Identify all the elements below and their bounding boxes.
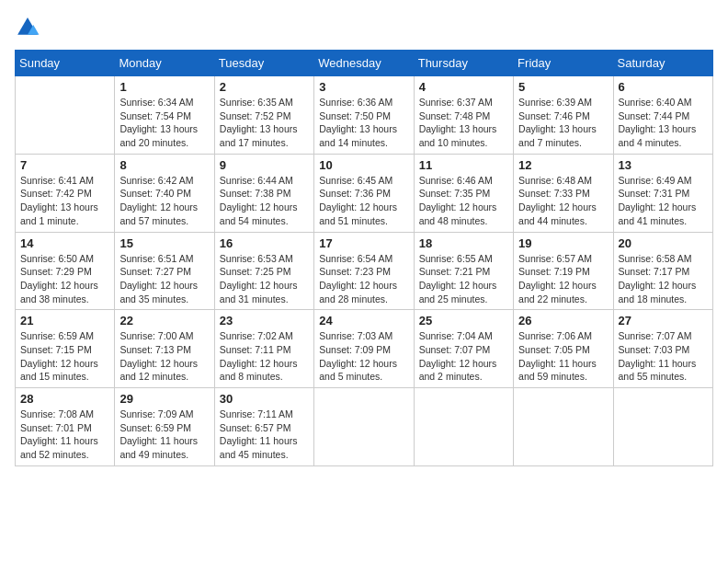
day-number: 5 bbox=[518, 80, 608, 94]
day-number: 16 bbox=[220, 236, 309, 250]
calendar-cell: 9Sunrise: 6:44 AMSunset: 7:38 PMDaylight… bbox=[214, 154, 313, 232]
calendar-cell: 26Sunrise: 7:06 AMSunset: 7:05 PMDayligh… bbox=[514, 310, 613, 388]
calendar-cell: 18Sunrise: 6:55 AMSunset: 7:21 PMDayligh… bbox=[414, 232, 513, 310]
day-number: 13 bbox=[619, 158, 708, 172]
calendar-cell: 1Sunrise: 6:34 AMSunset: 7:54 PMDaylight… bbox=[115, 76, 214, 155]
day-info: Sunrise: 6:51 AMSunset: 7:27 PMDaylight:… bbox=[119, 252, 209, 306]
day-number: 14 bbox=[20, 236, 109, 250]
day-number: 15 bbox=[119, 236, 209, 250]
calendar-cell: 6Sunrise: 6:40 AMSunset: 7:44 PMDaylight… bbox=[613, 76, 712, 155]
day-number: 10 bbox=[319, 158, 408, 172]
day-number: 26 bbox=[518, 314, 608, 327]
calendar-week-row: 14Sunrise: 6:50 AMSunset: 7:29 PMDayligh… bbox=[16, 232, 713, 310]
day-info: Sunrise: 6:58 AMSunset: 7:17 PMDaylight:… bbox=[619, 252, 708, 306]
day-info: Sunrise: 7:02 AMSunset: 7:11 PMDaylight:… bbox=[220, 329, 309, 384]
day-number: 23 bbox=[220, 314, 309, 327]
day-info: Sunrise: 6:57 AMSunset: 7:19 PMDaylight:… bbox=[518, 252, 608, 306]
calendar-cell bbox=[514, 388, 613, 466]
weekday-header: Friday bbox=[514, 51, 613, 76]
calendar-week-row: 21Sunrise: 6:59 AMSunset: 7:15 PMDayligh… bbox=[16, 310, 713, 388]
calendar-cell: 17Sunrise: 6:54 AMSunset: 7:23 PMDayligh… bbox=[314, 232, 414, 310]
calendar-cell bbox=[314, 388, 414, 466]
day-info: Sunrise: 6:42 AMSunset: 7:40 PMDaylight:… bbox=[119, 174, 209, 228]
day-number: 25 bbox=[419, 314, 508, 327]
day-number: 18 bbox=[419, 236, 508, 250]
day-number: 30 bbox=[220, 392, 309, 406]
day-number: 19 bbox=[518, 236, 608, 250]
calendar-cell: 11Sunrise: 6:46 AMSunset: 7:35 PMDayligh… bbox=[414, 154, 513, 232]
calendar-cell: 13Sunrise: 6:49 AMSunset: 7:31 PMDayligh… bbox=[613, 154, 712, 232]
logo bbox=[15, 15, 42, 40]
day-info: Sunrise: 6:36 AMSunset: 7:50 PMDaylight:… bbox=[319, 96, 408, 150]
calendar-cell: 21Sunrise: 6:59 AMSunset: 7:15 PMDayligh… bbox=[16, 310, 115, 388]
day-info: Sunrise: 6:46 AMSunset: 7:35 PMDaylight:… bbox=[419, 174, 508, 228]
calendar-cell: 8Sunrise: 6:42 AMSunset: 7:40 PMDaylight… bbox=[115, 154, 214, 232]
day-info: Sunrise: 6:34 AMSunset: 7:54 PMDaylight:… bbox=[119, 96, 209, 150]
calendar-cell: 14Sunrise: 6:50 AMSunset: 7:29 PMDayligh… bbox=[16, 232, 115, 310]
calendar-cell: 15Sunrise: 6:51 AMSunset: 7:27 PMDayligh… bbox=[115, 232, 214, 310]
weekday-header: Sunday bbox=[16, 51, 115, 76]
day-info: Sunrise: 6:41 AMSunset: 7:42 PMDaylight:… bbox=[20, 174, 109, 228]
calendar-cell: 2Sunrise: 6:35 AMSunset: 7:52 PMDaylight… bbox=[214, 76, 313, 155]
day-number: 6 bbox=[619, 80, 708, 94]
calendar-cell: 30Sunrise: 7:11 AMSunset: 6:57 PMDayligh… bbox=[214, 388, 313, 466]
calendar-cell: 5Sunrise: 6:39 AMSunset: 7:46 PMDaylight… bbox=[514, 76, 613, 155]
calendar-cell bbox=[613, 388, 712, 466]
day-info: Sunrise: 7:00 AMSunset: 7:13 PMDaylight:… bbox=[119, 329, 209, 384]
calendar-cell: 19Sunrise: 6:57 AMSunset: 7:19 PMDayligh… bbox=[514, 232, 613, 310]
day-info: Sunrise: 6:53 AMSunset: 7:25 PMDaylight:… bbox=[220, 252, 309, 306]
day-number: 17 bbox=[319, 236, 408, 250]
calendar-table: SundayMondayTuesdayWednesdayThursdayFrid… bbox=[15, 50, 713, 466]
day-info: Sunrise: 6:44 AMSunset: 7:38 PMDaylight:… bbox=[220, 174, 309, 228]
day-info: Sunrise: 6:59 AMSunset: 7:15 PMDaylight:… bbox=[20, 329, 109, 384]
day-number: 24 bbox=[319, 314, 408, 327]
day-number: 4 bbox=[419, 80, 508, 94]
calendar-cell bbox=[414, 388, 513, 466]
day-info: Sunrise: 6:50 AMSunset: 7:29 PMDaylight:… bbox=[20, 252, 109, 306]
calendar-cell: 23Sunrise: 7:02 AMSunset: 7:11 PMDayligh… bbox=[214, 310, 313, 388]
calendar-cell: 22Sunrise: 7:00 AMSunset: 7:13 PMDayligh… bbox=[115, 310, 214, 388]
calendar-cell: 27Sunrise: 7:07 AMSunset: 7:03 PMDayligh… bbox=[613, 310, 712, 388]
day-number: 3 bbox=[319, 80, 408, 94]
day-info: Sunrise: 6:35 AMSunset: 7:52 PMDaylight:… bbox=[220, 96, 309, 150]
day-number: 27 bbox=[619, 314, 708, 327]
day-number: 22 bbox=[119, 314, 209, 327]
calendar-cell: 25Sunrise: 7:04 AMSunset: 7:07 PMDayligh… bbox=[414, 310, 513, 388]
calendar-cell: 28Sunrise: 7:08 AMSunset: 7:01 PMDayligh… bbox=[16, 388, 115, 466]
day-number: 9 bbox=[220, 158, 309, 172]
day-number: 28 bbox=[20, 392, 109, 406]
calendar-cell: 29Sunrise: 7:09 AMSunset: 6:59 PMDayligh… bbox=[115, 388, 214, 466]
day-number: 2 bbox=[220, 80, 309, 94]
calendar-cell: 7Sunrise: 6:41 AMSunset: 7:42 PMDaylight… bbox=[16, 154, 115, 232]
day-info: Sunrise: 6:48 AMSunset: 7:33 PMDaylight:… bbox=[518, 174, 608, 228]
day-info: Sunrise: 7:07 AMSunset: 7:03 PMDaylight:… bbox=[619, 329, 708, 384]
day-info: Sunrise: 7:04 AMSunset: 7:07 PMDaylight:… bbox=[419, 329, 508, 384]
calendar-cell: 12Sunrise: 6:48 AMSunset: 7:33 PMDayligh… bbox=[514, 154, 613, 232]
calendar-cell bbox=[16, 76, 115, 155]
calendar-week-row: 1Sunrise: 6:34 AMSunset: 7:54 PMDaylight… bbox=[16, 76, 713, 155]
weekday-header: Tuesday bbox=[214, 51, 313, 76]
weekday-header: Thursday bbox=[414, 51, 513, 76]
day-number: 7 bbox=[20, 158, 109, 172]
calendar-week-row: 28Sunrise: 7:08 AMSunset: 7:01 PMDayligh… bbox=[16, 388, 713, 466]
day-number: 11 bbox=[419, 158, 508, 172]
calendar-cell: 20Sunrise: 6:58 AMSunset: 7:17 PMDayligh… bbox=[613, 232, 712, 310]
logo-icon bbox=[15, 15, 40, 40]
calendar-body: 1Sunrise: 6:34 AMSunset: 7:54 PMDaylight… bbox=[16, 76, 713, 466]
calendar-cell: 3Sunrise: 6:36 AMSunset: 7:50 PMDaylight… bbox=[314, 76, 414, 155]
weekday-header: Wednesday bbox=[314, 51, 414, 76]
day-number: 20 bbox=[619, 236, 708, 250]
page-header bbox=[15, 15, 713, 40]
day-number: 8 bbox=[119, 158, 209, 172]
day-info: Sunrise: 6:39 AMSunset: 7:46 PMDaylight:… bbox=[518, 96, 608, 150]
calendar-week-row: 7Sunrise: 6:41 AMSunset: 7:42 PMDaylight… bbox=[16, 154, 713, 232]
weekday-header: Monday bbox=[115, 51, 214, 76]
calendar-cell: 4Sunrise: 6:37 AMSunset: 7:48 PMDaylight… bbox=[414, 76, 513, 155]
day-info: Sunrise: 6:40 AMSunset: 7:44 PMDaylight:… bbox=[619, 96, 708, 150]
calendar-cell: 24Sunrise: 7:03 AMSunset: 7:09 PMDayligh… bbox=[314, 310, 414, 388]
calendar-cell: 10Sunrise: 6:45 AMSunset: 7:36 PMDayligh… bbox=[314, 154, 414, 232]
day-info: Sunrise: 6:49 AMSunset: 7:31 PMDaylight:… bbox=[619, 174, 708, 228]
day-number: 29 bbox=[119, 392, 209, 406]
day-info: Sunrise: 6:37 AMSunset: 7:48 PMDaylight:… bbox=[419, 96, 508, 150]
day-number: 1 bbox=[119, 80, 209, 94]
